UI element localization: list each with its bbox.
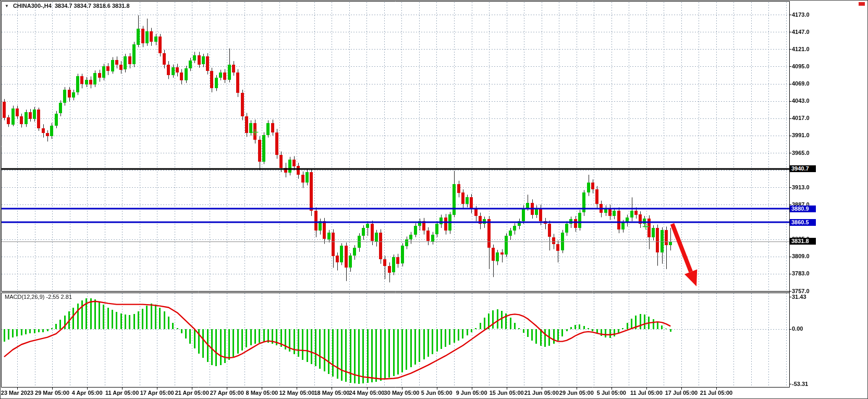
macd-indicator-label: MACD(12,26,9) -2.55 2.81: [5, 294, 72, 300]
price-axis-label: 4173.0: [792, 11, 823, 18]
price-badge: 3880.9: [790, 205, 816, 212]
price-axis-label: 4043.0: [792, 98, 823, 104]
price-axis-label: 4121.0: [792, 46, 823, 53]
price-badge: 3940.7: [790, 165, 816, 172]
price-axis-label: 4095.0: [792, 63, 823, 70]
time-axis-label: 29 Mar 05:00: [35, 390, 69, 396]
chart-canvas[interactable]: [1, 1, 868, 399]
time-axis-label: 11 Jul 05:00: [630, 390, 663, 396]
time-axis-label: 17 Jul 05:00: [665, 390, 698, 396]
top-right-red-marker: [859, 2, 865, 6]
macd-values: -2.55 2.81: [46, 294, 72, 300]
time-axis-label: 23 Mar 2023: [1, 390, 33, 396]
trading-chart-window: ▼ CHINA300-,H4 3834.7 3834.7 3818.6 3831…: [0, 0, 868, 399]
time-axis-label: 17 Apr 05:00: [140, 390, 174, 396]
price-axis-label: 3913.0: [792, 184, 823, 191]
price-axis-label: 3783.0: [792, 270, 823, 277]
price-axis-label: 4147.0: [792, 29, 823, 35]
time-axis-label: 21 Apr 05:00: [175, 390, 209, 396]
time-axis-label: 12 May 05:00: [279, 390, 314, 396]
macd-axis-label: 0.00: [792, 325, 823, 332]
time-axis-label: 5 Jul 05:00: [597, 390, 626, 396]
time-axis-label: 8 May 05:00: [246, 390, 278, 396]
time-axis-label: 21 Jun 05:00: [524, 390, 559, 396]
price-badge: 3831.8: [790, 238, 816, 245]
macd-axis-label: -53.31: [792, 381, 823, 388]
chart-title-bar: ▼ CHINA300-,H4 3834.7 3834.7 3818.6 3831…: [4, 2, 130, 9]
time-axis-label: 27 Apr 05:00: [210, 390, 244, 396]
time-axis-label: 9 Jun 05:00: [456, 390, 487, 396]
time-axis-label: 21 Jul 05:00: [700, 390, 732, 396]
price-axis-label: 3965.0: [792, 150, 823, 156]
price-badge: 3860.5: [790, 219, 816, 226]
time-axis-label: 29 Jun 05:00: [559, 390, 594, 396]
time-axis-label: 11 Apr 05:00: [105, 390, 139, 396]
price-axis-label: 4069.0: [792, 80, 823, 87]
price-axis-label: 3809.0: [792, 253, 823, 260]
price-axis-label: 3991.0: [792, 132, 823, 139]
ohlc-readout: 3834.7 3834.7 3818.6 3831.8: [55, 3, 130, 9]
time-axis-label: 15 Jun 05:00: [490, 390, 524, 396]
time-axis-label: 18 May 05:00: [314, 390, 349, 396]
time-axis-label: 30 May 05:00: [384, 390, 420, 396]
time-axis-label: 4 Apr 05:00: [72, 390, 103, 396]
time-axis-label: 24 May 05:00: [349, 390, 385, 396]
macd-axis-label: 31.43: [792, 294, 823, 300]
price-axis-label: 4017.0: [792, 115, 823, 122]
symbol-period-label: CHINA300-,H4: [13, 3, 52, 9]
symbol-dropdown-icon[interactable]: ▼: [4, 4, 10, 8]
time-axis-label: 5 Jun 05:00: [421, 390, 453, 396]
